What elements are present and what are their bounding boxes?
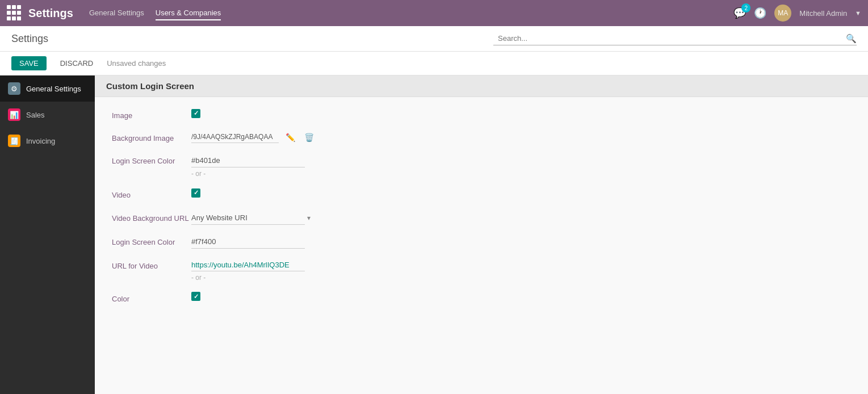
sidebar-item-general-settings[interactable]: ⚙ General Settings: [0, 76, 95, 102]
video-bg-url-select[interactable]: Any Website URI: [191, 211, 305, 225]
clock-icon[interactable]: 🕐: [754, 7, 766, 19]
section-title: Custom Login Screen: [95, 76, 868, 97]
messages-badge[interactable]: 💬 2: [733, 7, 746, 19]
brand-title: Settings: [28, 7, 73, 20]
edit-bg-image-button[interactable]: ✏️: [283, 132, 297, 143]
background-image-row: Background Image /9J/4AAQSkZJRgABAQAA ✏️…: [112, 131, 851, 144]
background-image-control: /9J/4AAQSkZJRgABAQAA ✏️ 🗑️: [191, 131, 316, 143]
form-body: Image Background Image /9J/4AAQSkZJRgABA…: [95, 97, 868, 326]
discard-button[interactable]: DISCARD: [52, 56, 102, 70]
search-icon[interactable]: 🔍: [846, 33, 857, 44]
sidebar-item-invoicing[interactable]: 🧾 Invoicing: [0, 128, 95, 154]
url-for-video-label: URL for Video: [112, 259, 191, 271]
login-screen-color2-label: Login Screen Color: [112, 235, 191, 248]
badge-count: 2: [741, 3, 750, 12]
page-title: Settings: [11, 33, 48, 45]
avatar-initials: MA: [778, 9, 788, 17]
toolbar: SAVE DISCARD Unsaved changes: [0, 52, 868, 76]
login-screen-color-row: Login Screen Color #b401de - or -: [112, 154, 851, 178]
user-dropdown-icon[interactable]: ▼: [855, 10, 861, 16]
color-checkbox[interactable]: [191, 292, 200, 301]
nav-users-companies[interactable]: Users & Companies: [156, 6, 221, 20]
avatar[interactable]: MA: [774, 5, 791, 22]
subheader: Settings 🔍: [0, 26, 868, 52]
sidebar: ⚙ General Settings 📊 Sales 🧾 Invoicing: [0, 76, 95, 394]
image-checkbox-wrap: [191, 108, 316, 118]
delete-bg-image-button[interactable]: 🗑️: [302, 132, 316, 143]
video-bg-url-row: Video Background URL Any Website URI ▾: [112, 211, 851, 225]
video-label: Video: [112, 188, 191, 200]
color-checkbox-wrap: [191, 292, 316, 301]
nav-general-settings[interactable]: General Settings: [89, 6, 144, 20]
background-image-label: Background Image: [112, 131, 191, 144]
main-layout: ⚙ General Settings 📊 Sales 🧾 Invoicing C…: [0, 76, 868, 394]
search-input[interactable]: [493, 32, 846, 45]
search-wrap: 🔍: [493, 32, 857, 45]
topnav: Settings General Settings Users & Compan…: [0, 0, 868, 26]
image-row: Image: [112, 108, 851, 121]
topnav-right: 💬 2 🕐 MA Mitchell Admin ▼: [733, 5, 861, 22]
login-screen-color2-value[interactable]: #f7f400: [191, 235, 305, 249]
login-screen-color2-row: Login Screen Color #f7f400: [112, 235, 851, 249]
video-bg-url-label: Video Background URL: [112, 211, 191, 224]
content-area: Custom Login Screen Image Background Ima…: [95, 76, 868, 394]
unsaved-changes-label: Unsaved changes: [107, 59, 166, 68]
sidebar-label-invoicing: Invoicing: [26, 137, 55, 145]
background-image-value: /9J/4AAQSkZJRgABAQAA: [191, 131, 279, 143]
login-screen-color-control: #b401de - or -: [191, 154, 316, 178]
sidebar-label-sales: Sales: [26, 111, 45, 119]
user-name[interactable]: Mitchell Admin: [799, 9, 847, 18]
invoice-icon: 🧾: [8, 135, 20, 147]
video-bg-url-dropdown-row: Any Website URI ▾: [191, 211, 316, 225]
sales-icon: 📊: [8, 108, 20, 121]
save-button[interactable]: SAVE: [11, 56, 47, 70]
login-screen-color2-control: #f7f400: [191, 235, 316, 249]
apps-grid-icon[interactable]: [7, 5, 23, 21]
color-label: Color: [112, 292, 191, 304]
color-row: Color: [112, 292, 851, 304]
video-checkbox-wrap: [191, 188, 316, 198]
url-for-video-value[interactable]: https://youtu.be/Ah4MrlIQ3DE: [191, 259, 305, 271]
sidebar-label-general: General Settings: [26, 85, 81, 93]
login-screen-color-label: Login Screen Color: [112, 154, 191, 166]
dropdown-arrow-icon: ▾: [307, 214, 311, 222]
video-row: Video: [112, 188, 851, 200]
url-for-video-row: URL for Video https://youtu.be/Ah4MrlIQ3…: [112, 259, 851, 282]
gear-icon: ⚙: [8, 82, 20, 95]
video-bg-url-control: Any Website URI ▾: [191, 211, 316, 225]
image-checkbox[interactable]: [191, 109, 200, 118]
url-for-video-control: https://youtu.be/Ah4MrlIQ3DE - or -: [191, 259, 316, 282]
url-for-video-or: - or -: [191, 274, 316, 282]
video-checkbox[interactable]: [191, 188, 200, 198]
login-screen-color-or: - or -: [191, 170, 316, 178]
sidebar-item-sales[interactable]: 📊 Sales: [0, 102, 95, 128]
image-label: Image: [112, 108, 191, 121]
topnav-menu: General Settings Users & Companies: [89, 6, 733, 20]
login-screen-color-value[interactable]: #b401de: [191, 154, 305, 167]
bg-image-row: /9J/4AAQSkZJRgABAQAA ✏️ 🗑️: [191, 131, 316, 143]
